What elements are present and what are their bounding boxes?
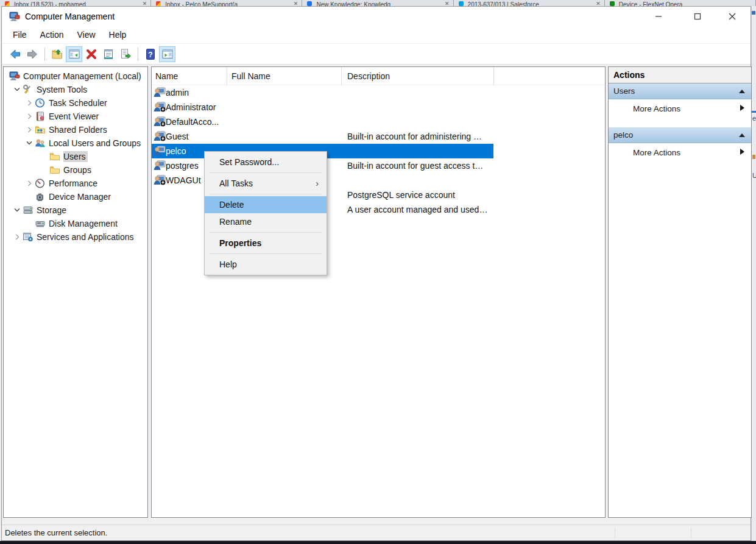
user-row-guest[interactable]: Guest Built-in account for guest access … — [152, 129, 605, 144]
tree-item-device-manager[interactable]: Device Manager — [4, 190, 147, 203]
menu-file[interactable]: File — [6, 28, 34, 41]
chevron-collapsed-icon[interactable] — [24, 180, 34, 186]
tree-item-services-and-applications[interactable]: Services and Applications — [4, 230, 147, 244]
tree-item-groups[interactable]: Groups — [4, 163, 147, 177]
browser-tab[interactable]: Inbox - Pelco MeSupport(a ✕ — [151, 0, 302, 6]
tree-item-label: Storage — [37, 205, 66, 215]
window-title: Computer Management — [25, 12, 115, 21]
chevron-collapsed-icon[interactable] — [24, 113, 34, 119]
browser-tab[interactable]: Device - FlexNet Opera — [605, 0, 756, 6]
column-divider[interactable] — [493, 67, 494, 85]
help-button[interactable]: ? — [142, 46, 158, 62]
show-hide-action-pane-button[interactable] — [159, 46, 175, 62]
actions-section-users[interactable]: Users — [609, 83, 751, 99]
tree-item-label: Task Scheduler — [49, 98, 107, 108]
back-button[interactable] — [7, 46, 23, 62]
more-actions-users[interactable]: More Actions — [609, 99, 751, 118]
chevron-expanded-icon[interactable] — [12, 208, 22, 213]
actions-section-pelco[interactable]: pelco — [609, 127, 751, 143]
maximize-button[interactable] — [688, 10, 707, 23]
performance-icon — [34, 178, 46, 188]
browser-tab-label: Device - FlexNet Opera — [619, 1, 752, 6]
menu-help[interactable]: Help — [102, 28, 133, 41]
delete-button[interactable] — [83, 46, 99, 62]
toolbar-separator — [138, 48, 138, 61]
user-row-administrator[interactable]: Administrator Built-in account for admin… — [152, 100, 605, 115]
up-one-level-button[interactable] — [49, 46, 65, 62]
more-actions-pelco[interactable]: More Actions — [609, 143, 751, 161]
content-area: Computer Management (Local) — [2, 65, 751, 525]
chevron-collapsed-icon[interactable] — [24, 100, 34, 106]
tree-item-local-users-and-groups[interactable]: Local Users and Groups — [4, 136, 147, 150]
context-menu-rename[interactable]: Rename — [205, 213, 327, 230]
user-icon — [154, 87, 166, 97]
system-tools-icon — [22, 85, 34, 94]
user-row-admin[interactable]: admin — [152, 85, 605, 100]
user-name: DefaultAcco... — [166, 115, 606, 129]
context-menu-set-password[interactable]: Set Password... — [205, 154, 327, 171]
title-bar: Computer Management — [2, 7, 751, 26]
collapse-arrow-icon[interactable] — [739, 90, 745, 93]
tree-item-performance[interactable]: Performance — [4, 177, 147, 190]
tab-close-icon[interactable]: ✕ — [143, 1, 147, 6]
computer-management-window: Computer Management File Action View Hel… — [1, 6, 751, 541]
column-header-description[interactable]: Description — [347, 67, 390, 85]
browser-tab[interactable]: Inbox (18,523) - mohamed ✕ — [0, 0, 151, 6]
more-actions-label: More Actions — [633, 148, 680, 157]
user-disabled-icon — [154, 175, 166, 185]
tree-item-label: Services and Applications — [37, 232, 134, 242]
tree-item-shared-folders[interactable]: Shared Folders — [4, 123, 147, 136]
device-manager-icon — [34, 192, 46, 202]
screen-bottom-strip — [0, 541, 756, 544]
tree-item-users[interactable]: Users — [4, 150, 147, 163]
user-name: Administrator — [166, 100, 606, 115]
gmail-icon — [5, 1, 10, 6]
folder-icon — [49, 152, 60, 161]
column-header-name[interactable]: Name — [155, 67, 178, 85]
context-menu-all-tasks[interactable]: All Tasks › — [205, 175, 327, 192]
tab-close-icon[interactable]: ✕ — [596, 1, 601, 6]
tree-item-system-tools[interactable]: System Tools — [4, 83, 147, 96]
browser-tab[interactable]: 2013-637/013 | Salesforce ✕ — [454, 0, 605, 6]
tab-close-icon[interactable]: ✕ — [294, 1, 299, 6]
tree-item-label: Local Users and Groups — [49, 138, 141, 148]
folder-icon — [49, 165, 60, 175]
close-button[interactable] — [723, 10, 741, 23]
browser-tab[interactable]: New Knowledge: Knowledg ✕ — [302, 0, 453, 6]
show-hide-console-tree-button[interactable] — [66, 46, 82, 62]
forward-button[interactable] — [24, 46, 40, 62]
column-divider[interactable] — [341, 67, 342, 85]
status-bar: Deletes the current selection. — [2, 525, 751, 540]
flexnet-icon — [610, 1, 615, 6]
tab-close-icon[interactable]: ✕ — [445, 1, 450, 6]
chevron-expanded-icon[interactable] — [24, 141, 34, 146]
context-menu-delete[interactable]: Delete — [205, 196, 327, 213]
context-menu-help[interactable]: Help — [205, 256, 327, 273]
background-fragment: U — [752, 172, 756, 179]
chevron-expanded-icon[interactable] — [12, 87, 22, 92]
column-divider[interactable] — [227, 67, 227, 85]
tree-item-computer-management[interactable]: Computer Management (Local) — [4, 69, 147, 83]
tree-item-task-scheduler[interactable]: Task Scheduler — [4, 96, 147, 110]
console-tree-pane: Computer Management (Local) — [3, 66, 148, 518]
tree-item-disk-management[interactable]: Disk Management — [4, 217, 147, 230]
toolbar: ? — [2, 44, 751, 65]
tree-item-storage[interactable]: Storage — [4, 203, 147, 217]
tree-item-event-viewer[interactable]: ! Event Viewer — [4, 110, 147, 123]
browser-tab-label: 2013-637/013 | Salesforce — [468, 1, 594, 6]
collapse-arrow-icon[interactable] — [739, 133, 745, 137]
chevron-collapsed-icon[interactable] — [12, 234, 22, 240]
context-menu-properties[interactable]: Properties — [205, 235, 327, 252]
user-row-defaultaccount[interactable]: DefaultAcco... A user account managed by… — [152, 115, 605, 129]
export-list-button[interactable] — [117, 46, 133, 62]
browser-tab-label: Inbox - Pelco MeSupport(a — [165, 1, 291, 6]
properties-button[interactable] — [100, 46, 116, 62]
chevron-collapsed-icon[interactable] — [24, 127, 34, 133]
minimize-button[interactable] — [649, 10, 668, 23]
actions-section-label: pelco — [613, 130, 633, 140]
menu-view[interactable]: View — [70, 28, 102, 41]
column-header-full-name[interactable]: Full Name — [231, 67, 270, 85]
status-text: Deletes the current selection. — [5, 528, 107, 537]
menu-action[interactable]: Action — [34, 28, 71, 41]
tree-item-label: Shared Folders — [49, 125, 107, 135]
